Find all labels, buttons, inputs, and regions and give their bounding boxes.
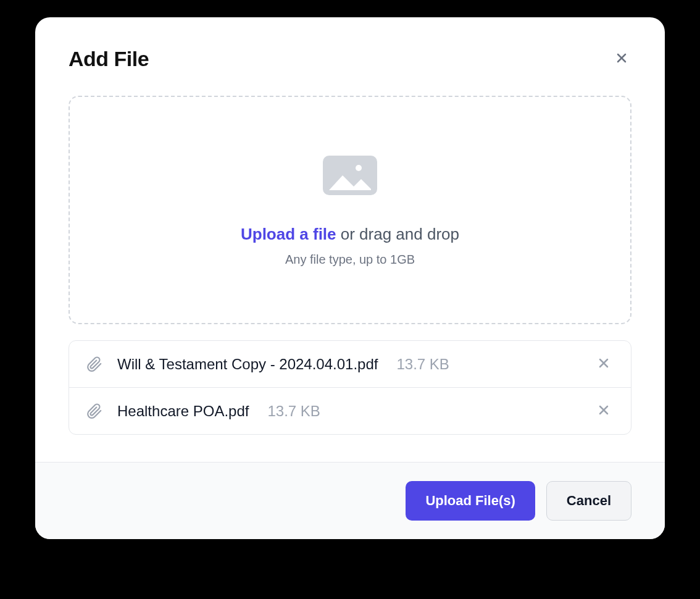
modal-header: Add File bbox=[35, 17, 665, 71]
modal-title: Add File bbox=[69, 47, 149, 71]
file-row: Healthcare POA.pdf 13.7 KB bbox=[69, 387, 631, 434]
image-placeholder-icon bbox=[320, 153, 380, 200]
paperclip-icon bbox=[86, 403, 102, 419]
remove-file-button[interactable] bbox=[594, 400, 614, 422]
cancel-button[interactable]: Cancel bbox=[546, 481, 631, 521]
file-list: Will & Testament Copy - 2024.04.01.pdf 1… bbox=[69, 340, 631, 435]
svg-point-3 bbox=[356, 165, 362, 171]
paperclip-icon bbox=[86, 356, 102, 372]
upload-files-button[interactable]: Upload File(s) bbox=[406, 481, 535, 521]
file-name: Will & Testament Copy - 2024.04.01.pdf bbox=[117, 356, 378, 373]
remove-file-button[interactable] bbox=[594, 353, 614, 375]
close-button[interactable] bbox=[612, 48, 631, 70]
modal-footer: Upload File(s) Cancel bbox=[35, 462, 665, 539]
modal-body: Upload a file or drag and drop Any file … bbox=[35, 71, 665, 462]
dropzone-text: Upload a file or drag and drop bbox=[241, 225, 459, 244]
close-icon bbox=[596, 403, 611, 419]
file-name: Healthcare POA.pdf bbox=[117, 403, 249, 420]
file-size: 13.7 KB bbox=[267, 403, 320, 420]
dropzone-rest-text: or drag and drop bbox=[336, 225, 459, 243]
dropzone-subtext: Any file type, up to 1GB bbox=[285, 253, 415, 267]
file-size: 13.7 KB bbox=[396, 356, 449, 373]
close-icon bbox=[614, 51, 629, 67]
upload-file-link[interactable]: Upload a file bbox=[241, 225, 336, 243]
file-dropzone[interactable]: Upload a file or drag and drop Any file … bbox=[69, 96, 631, 324]
add-file-modal: Add File Upload a file or drag and drop bbox=[35, 17, 665, 539]
file-row: Will & Testament Copy - 2024.04.01.pdf 1… bbox=[69, 341, 631, 387]
close-icon bbox=[596, 356, 611, 372]
